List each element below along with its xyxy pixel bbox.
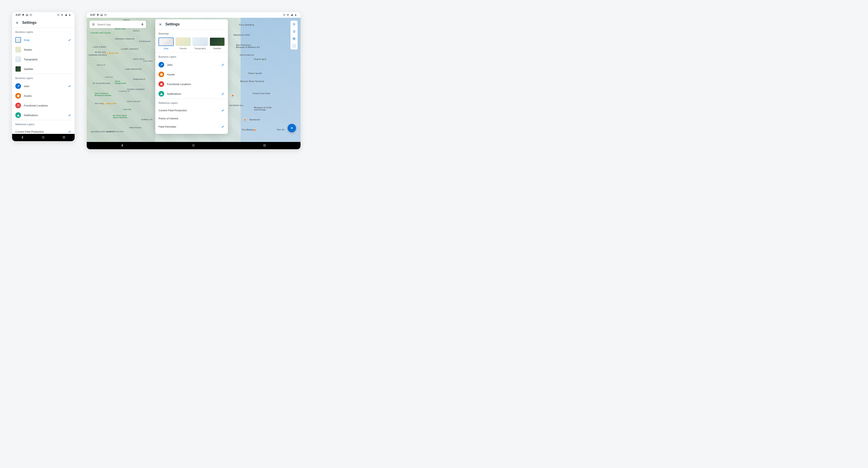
basemap-option-streets[interactable]: Streets [12,45,74,55]
map-poi-icon[interactable] [262,58,264,61]
reference-row-incidents[interactable]: Incidents [155,131,228,134]
phone-business-list: Jobs Assets Functional Locations Notific… [12,81,74,120]
basemap-label: Streets [24,48,71,51]
map-label: PRESIDIO TERRACE [115,38,134,40]
layer-row-notifications[interactable]: Notifications [12,110,74,120]
basemap-thumb-streets [15,47,21,53]
map-poi-icon[interactable] [244,119,246,121]
basemap-option-streets[interactable]: Streets [176,37,191,50]
layer-label: Notifications [167,92,218,95]
image-icon [100,14,103,16]
map-poi-icon[interactable] [254,129,256,131]
phone-frame: 2:27 Settings Business Layers [12,12,74,141]
basemap-thumb-topography [193,37,208,46]
tablet-reference-list: Current Field Production Points of Inter… [155,106,228,134]
svg-rect-20 [295,15,296,15]
basemap-thumb-satellite [15,66,21,72]
add-fab-button[interactable] [287,124,296,132]
layer-label: Functional Locations [24,104,71,107]
phone-reference-list: Current Field Production Points of Inter… [12,127,74,134]
map-poi-icon[interactable] [104,102,106,105]
reference-row-current-field-production[interactable]: Current Field Production [155,106,228,115]
map-label: Koret Playground [115,80,127,84]
basemap-option-satellite[interactable]: Satellite [12,64,74,74]
layers-list-button[interactable] [290,28,298,35]
svg-point-25 [192,144,194,146]
check-icon [221,92,225,96]
basemap-thumb-gray [158,37,174,46]
svg-point-1 [26,14,27,15]
layer-row-assets[interactable]: Assets [155,69,228,79]
basemap-option-gray[interactable]: Gray [158,37,174,50]
close-icon[interactable] [158,23,162,26]
map-poi-icon[interactable] [256,72,258,74]
reference-label: Incidents [158,133,169,134]
fullscreen-button[interactable] [290,42,298,50]
map-label: EUREKA VA [141,119,153,121]
layer-row-notifications[interactable]: Notifications [155,89,228,99]
map-label: Laguna Honda Blvd [107,131,124,132]
basemap-option-gray[interactable]: Gray [12,35,74,45]
reference-layers-section-label: Reference Layers [12,120,74,127]
map-label: COLE VALLEY [127,100,141,102]
phone-basemap-section-label: Business Layers [12,28,74,35]
map-label: Fulton St [105,76,113,78]
map-label: de Young Museum [93,82,110,84]
map-poi-icon[interactable] [106,52,108,55]
close-icon[interactable] [15,21,19,25]
tablet-frame: 2:27 COW H PACIFI PRESIDIO TERRACE LAKE … [87,12,301,149]
reference-layers-section-label: Reference Layers [155,99,228,106]
map-label: TWIN PEAKS [129,127,142,129]
map-label: Mt Sutro Open Space Reserve [113,115,129,119]
basemap-thumb-gray [15,37,21,43]
layer-row-jobs[interactable]: Jobs [12,81,74,91]
basemap-section-label: Basemap [155,29,228,37]
check-icon [221,108,225,112]
basemap-option-topography[interactable]: Topography [193,37,208,50]
nav-home-icon[interactable] [41,136,45,139]
map-label: Pier 33 [277,129,284,131]
map-label: Salesforce Park [233,34,250,36]
nav-back-icon[interactable] [21,136,24,139]
mic-icon[interactable] [141,23,144,26]
basemap-option-topography[interactable]: Topography [12,55,74,64]
svg-point-24 [294,38,294,39]
svg-rect-15 [105,14,105,15]
layer-row-functional-locations[interactable]: Functional Locations [12,101,74,110]
locate-me-button[interactable] [290,35,298,42]
nav-back-icon[interactable] [121,144,124,147]
search-input[interactable] [97,23,139,26]
wrench-icon [158,62,164,67]
reference-row-points-of-interest[interactable]: Points of Interest [155,115,228,122]
phone-settings-scroll[interactable]: Business Layers Gray Streets Topography … [12,28,74,134]
map-label: San Tung [95,102,104,104]
svg-rect-6 [58,14,58,14]
map-label: Frederick St [119,90,129,92]
settings-title: Settings [165,22,180,26]
status-time: 2:27 [90,13,95,16]
nav-home-icon[interactable] [192,144,195,147]
nav-recent-icon[interactable] [62,136,66,139]
reference-row-current-field-production[interactable]: Current Field Production [12,127,74,134]
search-bar[interactable] [90,21,146,28]
tablet-settings-scroll[interactable]: Basemap Gray Streets Topography [155,29,228,134]
settings-gear-button[interactable] [290,21,298,28]
layer-row-jobs[interactable]: Jobs [155,60,228,69]
map-poi-icon[interactable] [231,94,234,97]
map-label: Tank Hill [123,108,131,111]
nav-recent-icon[interactable] [263,144,267,147]
phone-settings-header: Settings [12,18,74,28]
hamburger-icon[interactable] [92,23,95,26]
basemap-label: Streets [176,47,191,50]
basemap-label: Gray [24,38,65,41]
reference-label: Field Perimeter [158,125,176,128]
basemap-label: Topography [193,47,208,50]
layer-row-assets[interactable]: Assets [12,91,74,101]
layer-row-functional-locations[interactable]: Functional Locations [155,79,228,89]
basemap-option-satellite[interactable]: Satellite [210,37,225,50]
map-label: Crane Cove Park [252,92,270,95]
map-label: The Midway [242,129,254,131]
tablet-map-area[interactable]: COW H PACIFI PRESIDIO TERRACE LAKE STREE… [87,18,301,142]
reference-row-field-perimeter[interactable]: Field Perimeter [155,122,228,131]
map-label: HAIGHT-ASHBURY [127,88,145,90]
